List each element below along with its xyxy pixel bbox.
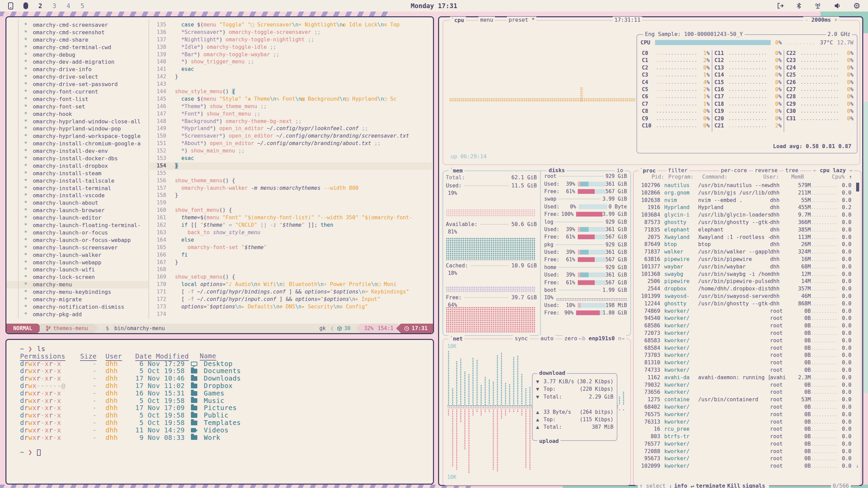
proc-row[interactable]: 16rcu_preeroot0B..........0.0 [636,426,859,433]
file-item[interactable]: *omarchy-notification-dismiss [6,303,149,311]
file-item[interactable]: *omarchy-launch-wifi [6,266,149,273]
code-line[interactable]: 152 *) show_main_menu ;; [150,147,432,155]
proc-row[interactable]: 2506pipewire/usr/bin/pipewire-pulsedhh14… [636,278,859,285]
proc-row[interactable]: 71837walker/usr/bin/walker --gappldhh324… [636,248,859,256]
update-interval[interactable]: - 2000ms + [803,17,839,23]
file-item[interactable]: *omarchy-font-current [6,88,149,96]
proc-row[interactable]: 68584kworker/root0B..........0.0 [636,345,859,352]
code-line[interactable]: 141 esac [150,66,432,73]
proc-scrollbar[interactable] [856,183,859,191]
reverse-button[interactable]: reverse [753,167,779,174]
net-zero-button[interactable]: zero [563,335,579,342]
file-item[interactable]: *omarchy-install-chromium-google-a [6,140,149,147]
per-core-button[interactable]: per-core [719,167,749,174]
proc-row[interactable]: 79032kworker/root0B..........0.0 [636,382,859,389]
proc-row[interactable]: 76575kworker/root0B..........0.0 [636,411,859,419]
info-button[interactable]: info ↵ [674,483,694,488]
code-line[interactable]: 140 *) show_trigger_menu ;; [150,58,432,66]
proc-row[interactable]: 68402kworker/root0B..........0.0 [636,404,859,411]
code-line[interactable]: 173 options="$options\n▸ Defaults\n⊕ DNS… [150,303,432,311]
file-item[interactable]: *omarchy-drive-set-password [6,81,149,88]
file-item[interactable]: *omarchy-install-tailscale [6,177,149,185]
code-line[interactable]: 169show_setup_menu() { [150,273,432,281]
file-item[interactable]: *omarchy-hook [6,110,149,118]
code-line[interactable]: 158} [150,192,432,199]
cpu-chip-icon[interactable] [853,2,861,9]
proc-row[interactable]: 63816pipewire/usr/bin/pipewiredhh16M....… [636,256,859,263]
code-line[interactable]: 139 *Bar*) omarchy-toggle-waybar ;; [150,51,432,59]
file-item[interactable]: *omarchy-launch-editor [6,214,149,222]
file-item[interactable]: *omarchy-hyprland-workspace-toggle [6,133,149,140]
select-keys[interactable]: ↑ select ↓ [639,483,672,488]
file-item[interactable]: *omarchy-hyprland-window-close-all [6,118,149,125]
terminal-prompt[interactable]: ~❯ [20,449,433,456]
file-item[interactable]: *omarchy-drive-info [6,66,149,73]
code-line[interactable]: 172 [ -f ~/.config/hypr/input.conf ] && … [150,296,432,303]
proc-row[interactable]: 103684glycin-i/usr/lib/glycin-loadersdhh… [636,211,859,219]
code-line[interactable]: 137 *Nightlight*) omarchy-toggle-nightli… [150,36,432,44]
file-item[interactable]: *omarchy-cmd-screenshot [6,29,149,36]
proc-row[interactable]: 2075XwaylandXwayland :1 -rootless -dhh11… [636,234,859,241]
code-line[interactable]: 144show_style_menu() { [150,88,432,96]
file-item[interactable]: *omarchy-debug [6,51,149,59]
code-line[interactable]: 161 theme=$(menu "Font" "$(omarchy-font-… [150,214,432,222]
code-line[interactable]: 146 *Theme*) show_theme_menu ;; [150,103,432,110]
code-line[interactable]: 147 *Font*) show_font_menu ;; [150,110,432,118]
file-item[interactable]: *omarchy-launch-walker [6,251,149,259]
proc-row[interactable]: 1162avahi-daavahi-daemon: running [avahi… [636,374,859,382]
proc-row[interactable]: 76577kworker/root0B..........0.0 [636,441,859,448]
proc-row[interactable]: 73656kworker/root0B..........0.0 [636,389,859,396]
proc-row[interactable]: 803btrfs-trroot0B..........0.0 [636,433,859,441]
kill-button[interactable]: Kill [727,483,741,488]
workspace-5[interactable]: 5 [80,2,84,9]
workspace-2[interactable]: 2 [38,2,42,9]
proc-row[interactable]: 72088kworker/root0B..........0.0 [636,448,859,455]
terminate-button[interactable]: terminate [696,483,725,488]
file-item[interactable]: *omarchy-launch-floating-terminal- [6,222,149,229]
proc-row[interactable]: 73703kworker/root0B..........0.0 [636,352,859,359]
proc-row[interactable]: 74869kworker/root0B..........0.0 [636,308,859,315]
proc-row[interactable]: 101368swaybg/usr/bin/swaybg -i /homdhh12… [636,271,859,278]
code-line[interactable]: 153 esac [150,155,432,162]
code-line[interactable]: 168 [150,266,432,273]
file-item[interactable]: *omarchy-install-steam [6,170,149,177]
file-item[interactable]: *omarchy-pkg-add [6,311,149,318]
code-line[interactable]: 136 *Screensaver*) omarchy-toggle-screen… [150,29,432,36]
workspace-4[interactable]: 4 [66,2,70,9]
file-item[interactable]: *omarchy-install-vscode [6,192,149,199]
file-item[interactable]: *omarchy-launch-or-focus [6,229,149,237]
file-item[interactable]: *omarchy-launch-about [6,199,149,207]
code-line[interactable]: 162 if [[ "$theme" = "CNCLD" || -z "$the… [150,222,432,229]
file-item[interactable]: *omarchy-hyprland-window-pop [6,125,149,133]
proc-row[interactable]: 87573ghostty/usr/bin/ghostty --gtk-dhh36… [636,219,859,226]
proc-row[interactable]: 1275containe/usr/bin/containerdroot53M..… [636,396,859,404]
file-item[interactable]: *omarchy-cmd-terminal-cwd [6,44,149,51]
workspace-app-icon[interactable] [8,2,13,9]
proc-row[interactable]: 72073kworker/root0B..........0.0 [636,330,859,337]
file-item[interactable]: *omarchy-menu [6,281,149,288]
terminal-window[interactable]: ~❯lsPermissionsSizeUserDate ModifiedName… [5,339,434,485]
code-line[interactable]: 157 omarchy-launch-walker -m menus:omarc… [150,185,432,192]
file-item[interactable]: *omarchy-cmd-screensaver [6,21,149,29]
proc-row[interactable]: 1916HyprlandHyprlanddhh455M..........0.2 [636,204,859,211]
code-line[interactable]: 154} [150,162,432,170]
code-line[interactable]: 138 *Idle*) omarchy-toggle-idle ;; [150,44,432,51]
file-item[interactable]: *omarchy-launch-webapp [6,259,149,266]
proc-row[interactable]: 101377waybar/usr/bin/waybardhh68M.......… [636,263,859,271]
workspace-active-indicator[interactable] [23,2,28,9]
proc-row[interactable]: 12244ghostty/usr/bin/ghostty --gtk-dhh86… [636,300,859,308]
code-line[interactable]: 155 [150,170,432,177]
file-item[interactable]: *omarchy-menu-keybindings [6,288,149,296]
proc-row[interactable]: 102638nvimnvim --embed .dhh55M..........… [636,197,859,204]
proc-row[interactable]: 68586kworker/root0B..........0.0 [636,322,859,330]
proc-row[interactable]: 81310kworker/root0B..........0.0 [636,359,859,367]
proc-row[interactable]: 94540kworker/root0B..........0.0 [636,315,859,322]
file-item[interactable]: *omarchy-font-list [6,96,149,103]
preset-button[interactable]: preset * [507,17,536,23]
proc-row[interactable]: 76313kworker/root0B..........0.0 [636,419,859,426]
code-line[interactable]: 165 omarchy-font-set "$theme" [150,244,432,251]
code-line[interactable]: 160show_font_menu() { [150,207,432,214]
proc-row[interactable]: 102866org.gnom/usr/bin/gjs /usr/lib/odhh… [636,189,859,197]
code-line[interactable]: 151 *About*) open_in_editor ~/.config/om… [150,140,432,147]
code-line[interactable]: 171 [ -f ~/.config/hypr/bindings.conf ] … [150,288,432,296]
